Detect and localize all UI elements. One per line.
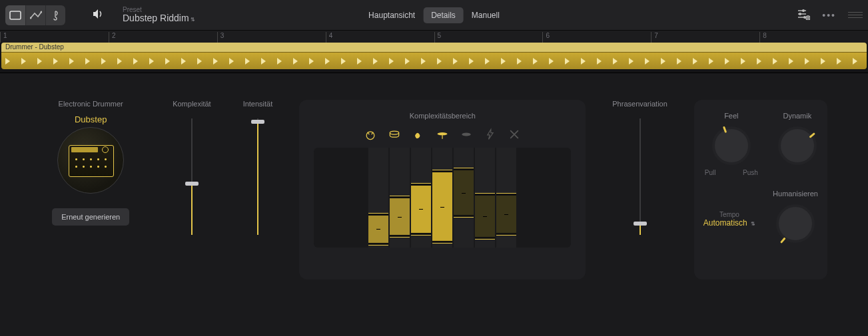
intensitaet-label: Intensität: [243, 100, 273, 108]
complexity-lane[interactable]: [411, 148, 431, 248]
feel-knob[interactable]: [712, 126, 751, 165]
clap-icon[interactable]: [412, 128, 425, 141]
bottom-row: Tempo Automatisch ⇅ Humanisieren: [703, 190, 818, 243]
view-mode-group: [5, 5, 65, 25]
bar-ruler[interactable]: 12345678: [0, 31, 868, 43]
editor-main: Electronic Drummer Dubstep Erneut generi…: [0, 73, 868, 293]
preset-selector[interactable]: Preset Dubstep Riddim⇅: [123, 6, 195, 23]
complexity-lane[interactable]: [496, 148, 516, 248]
top-toolbar: Preset Dubstep Riddim⇅ Hauptansicht Deta…: [0, 0, 868, 31]
view-tabs: Hauptansicht Details Manuell: [360, 7, 508, 23]
region-body: [1, 52, 867, 69]
drummer-column: Electronic Drummer Dubstep Erneut generi…: [41, 100, 141, 226]
complexity-range-title: Komplexitätsbereich: [314, 112, 571, 120]
phrasen-column: Phrasenvariation: [612, 100, 667, 279]
svg-point-12: [462, 133, 471, 136]
tab-details[interactable]: Details: [423, 7, 464, 23]
drummer-region[interactable]: Drummer - Dubstep: [1, 43, 867, 69]
tempo-value: Automatisch: [703, 218, 747, 228]
bar-marker: 4: [326, 32, 333, 43]
bar-marker: 3: [217, 32, 224, 43]
bar-marker: 7: [651, 32, 658, 43]
kick-icon[interactable]: [364, 128, 377, 141]
left-cluster: Electronic Drummer Dubstep Erneut generi…: [41, 100, 272, 279]
dynamik-column: Dynamik: [778, 112, 817, 176]
komplexitaet-column: Komplexität: [173, 100, 211, 235]
phrasen-label: Phrasenvariation: [612, 100, 667, 108]
volume-icon[interactable]: [92, 9, 104, 21]
dynamik-knob[interactable]: [778, 126, 817, 165]
region-view-button[interactable]: [5, 5, 25, 25]
drummer-category: Electronic Drummer: [41, 100, 141, 108]
drummer-style[interactable]: Dubstep: [41, 114, 141, 124]
feel-push-label: Push: [743, 169, 758, 176]
hihat-icon[interactable]: [436, 128, 449, 141]
feel-label: Feel: [724, 112, 738, 120]
phrasen-slider[interactable]: [636, 118, 645, 235]
instrument-icons: [314, 128, 571, 141]
bar-marker: 6: [542, 32, 550, 43]
complexity-lane[interactable]: [432, 148, 452, 248]
tempo-label: Tempo: [703, 211, 755, 218]
cross-icon[interactable]: [508, 128, 521, 141]
humanisieren-knob[interactable]: [776, 204, 815, 243]
svg-point-4: [799, 13, 801, 15]
dynamik-label: Dynamik: [783, 112, 811, 120]
tempo-selector[interactable]: Tempo Automatisch ⇅: [703, 211, 755, 228]
bar-marker: 8: [759, 32, 767, 43]
feel-dynamik-panel: Feel Pull Push Dynamik Tempo Automatisch…: [694, 100, 827, 279]
intensitaet-column: Intensität: [243, 100, 273, 235]
region-title: Drummer - Dubstep: [1, 43, 867, 52]
timeline[interactable]: 12345678 Drummer - Dubstep: [0, 31, 868, 73]
komplexitaet-label: Komplexität: [173, 100, 211, 108]
bar-marker: 5: [434, 32, 442, 43]
fx-icon[interactable]: [484, 128, 497, 141]
intensitaet-slider[interactable]: [253, 118, 262, 235]
svg-rect-7: [807, 17, 809, 19]
complexity-lane[interactable]: [475, 148, 495, 248]
feel-sublabels: Pull Push: [705, 169, 758, 176]
feel-pull-label: Pull: [705, 169, 716, 176]
perc-icon[interactable]: [460, 128, 473, 141]
tab-manuell[interactable]: Manuell: [464, 7, 508, 23]
tempo-sort-icon: ⇅: [751, 221, 755, 227]
humanisieren-label: Humanisieren: [773, 190, 818, 198]
tab-hauptansicht[interactable]: Hauptansicht: [360, 7, 423, 23]
settings-icon[interactable]: [797, 8, 810, 22]
sort-icon: ⇅: [191, 17, 195, 23]
drag-handle-icon[interactable]: [848, 12, 863, 18]
complexity-lane[interactable]: [454, 148, 474, 248]
more-menu-icon[interactable]: •••: [822, 10, 836, 21]
humanisieren-column: Humanisieren: [773, 190, 818, 243]
score-view-button[interactable]: [45, 5, 65, 25]
svg-point-9: [390, 131, 399, 134]
preset-value: Dubstep Riddim: [123, 13, 189, 23]
complexity-bars[interactable]: [314, 148, 571, 248]
complexity-range-panel: Komplexitätsbereich: [299, 100, 586, 279]
bar-marker: 1: [0, 32, 7, 43]
snare-icon[interactable]: [388, 128, 401, 141]
feel-column: Feel Pull Push: [705, 112, 758, 176]
knob-row-top: Feel Pull Push Dynamik: [705, 112, 817, 176]
svg-rect-0: [10, 11, 21, 19]
drum-machine-icon[interactable]: [57, 127, 124, 194]
automation-view-button[interactable]: [25, 5, 45, 25]
right-tools: •••: [797, 8, 863, 22]
bar-marker: 2: [109, 32, 116, 43]
complexity-lane[interactable]: [390, 148, 410, 248]
svg-point-3: [802, 9, 805, 12]
regenerate-button[interactable]: Erneut generieren: [52, 208, 129, 226]
komplexitaet-slider[interactable]: [187, 118, 197, 235]
complexity-lane[interactable]: [368, 148, 388, 248]
